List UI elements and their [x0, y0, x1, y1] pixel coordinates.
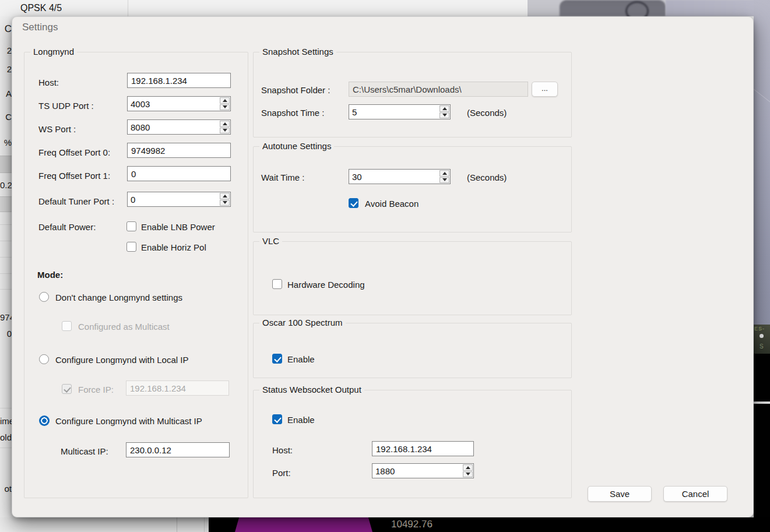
mode-multicast-ip-label: Configure Longmynd with Multicast IP	[55, 416, 202, 426]
spin-down-icon[interactable]	[463, 471, 473, 478]
group-oscar-spectrum-label: Oscar 100 Spectrum	[259, 318, 346, 327]
modulation-readout: QPSK 4/5	[20, 3, 62, 13]
cancel-button[interactable]: Cancel	[663, 486, 727, 502]
enable-lnb-power-checkbox[interactable]	[126, 221, 136, 231]
spin-up-icon[interactable]	[220, 121, 230, 127]
ts-udp-port-input[interactable]	[128, 97, 219, 111]
oscar-enable-checkbox[interactable]	[272, 354, 282, 364]
group-autotune-settings-label: Autotune Settings	[259, 141, 334, 151]
bg-fragment: 0.2	[0, 180, 12, 190]
freq-offset-1-input[interactable]	[127, 166, 231, 181]
bg-row-line	[0, 448, 12, 448]
bg-table-band	[0, 156, 12, 173]
spin-down-icon[interactable]	[220, 104, 230, 111]
bg-fragment: A	[0, 89, 12, 98]
divider	[204, 517, 205, 532]
force-ip-input	[126, 380, 229, 396]
mode-local-ip-label: Configure Longmynd with Local IP	[55, 355, 188, 365]
hardware-decoding-checkbox[interactable]	[272, 279, 282, 289]
bg-fragment: %	[0, 138, 12, 147]
wait-time-input[interactable]	[349, 170, 439, 184]
bg-table-band	[0, 196, 12, 212]
default-power-label: Default Power:	[38, 222, 96, 232]
enable-horiz-pol-label: Enable Horiz Pol	[141, 242, 206, 252]
group-oscar-spectrum: Oscar 100 Spectrum	[253, 323, 572, 378]
mode-label: Mode:	[37, 270, 63, 280]
spectrum-frequency-label: 10492.76	[391, 519, 433, 530]
bg-row-line	[0, 273, 12, 274]
mode-dont-change-label: Don't change Longmynd settings	[55, 293, 182, 302]
spectrum-signal-blob	[235, 517, 372, 532]
bg-row-line	[0, 241, 12, 241]
ws-port-input[interactable]	[128, 120, 219, 134]
bg-thumb-text: ES-	[754, 326, 765, 332]
spin-up-icon[interactable]	[220, 97, 230, 104]
background-app-bottom: 10492.76	[0, 517, 770, 532]
spin-down-icon[interactable]	[440, 112, 449, 119]
websocket-host-input[interactable]	[372, 441, 474, 456]
bg-fragment: C	[0, 23, 12, 35]
mode-local-ip-radio[interactable]	[39, 354, 49, 364]
snapshot-folder-browse-button[interactable]: ...	[532, 82, 558, 97]
save-button[interactable]: Save	[588, 486, 652, 502]
spin-down-icon[interactable]	[220, 200, 230, 206]
spectrum-strip: 10492.76	[209, 517, 770, 532]
webcam-view-right	[754, 0, 770, 325]
bg-row-line	[0, 224, 12, 225]
group-vlc: VLC	[253, 241, 572, 315]
default-tuner-port-label: Default Tuner Port :	[38, 196, 114, 206]
avoid-beacon-checkbox[interactable]	[349, 198, 358, 208]
spin-down-icon[interactable]	[220, 128, 230, 134]
group-status-websocket-label: Status Websocket Output	[259, 385, 364, 394]
spin-up-icon[interactable]	[440, 105, 449, 112]
avoid-beacon-label: Avoid Beacon	[365, 199, 419, 209]
default-tuner-port-input[interactable]	[128, 192, 219, 206]
bg-fragment: ime	[0, 416, 12, 426]
spin-down-icon[interactable]	[440, 177, 449, 184]
bg-fragment: 2	[0, 64, 12, 74]
bg-thumb-text: S	[760, 343, 764, 350]
mode-multicast-ip-radio[interactable]	[39, 415, 50, 426]
ws-port-spinner	[127, 119, 231, 135]
host-input[interactable]	[127, 73, 231, 88]
spin-up-icon[interactable]	[463, 464, 473, 471]
bg-fragment: 974	[0, 312, 12, 322]
enable-horiz-pol-checkbox[interactable]	[126, 242, 136, 252]
bg-row-line	[0, 289, 12, 290]
spin-up-icon[interactable]	[220, 193, 230, 199]
wait-time-spinner	[349, 169, 451, 184]
group-snapshot-settings-label: Snapshot Settings	[259, 47, 336, 57]
bg-fragment: ot	[0, 484, 12, 494]
websocket-enable-checkbox[interactable]	[272, 414, 282, 424]
spin-up-icon[interactable]	[440, 170, 449, 177]
divider	[128, 0, 128, 16]
multicast-ip-input[interactable]	[126, 442, 230, 457]
bg-row-line	[0, 257, 12, 258]
settings-dialog: Settings Longmynd Host: TS UDP Port : WS…	[12, 16, 754, 517]
force-ip-label: Force IP:	[78, 385, 114, 394]
configured-multicast-checkbox	[62, 321, 72, 331]
snapshot-time-spinner	[349, 104, 451, 119]
websocket-port-spinner	[372, 463, 474, 478]
mode-dont-change-radio[interactable]	[39, 292, 49, 302]
dialog-title: Settings	[22, 22, 58, 33]
oscar-enable-label: Enable	[287, 354, 315, 364]
websocket-port-label: Port:	[272, 468, 291, 478]
webcam-device	[560, 0, 666, 16]
background-app-top: QPSK 4/5	[0, 0, 770, 16]
bg-video-thumbnail: ES- S	[754, 325, 770, 354]
ws-port-label: WS Port :	[38, 124, 76, 134]
bg-fragment: old	[0, 432, 12, 442]
freq-offset-0-input[interactable]	[127, 143, 231, 158]
websocket-port-input[interactable]	[372, 464, 462, 478]
enable-lnb-power-label: Enable LNB Power	[141, 222, 215, 232]
group-autotune-settings: Autotune Settings	[253, 146, 572, 232]
wait-time-units-label: (Seconds)	[467, 172, 507, 182]
bg-spectrum-line	[754, 401, 770, 404]
snapshot-folder-label: Snapshot Folder :	[261, 85, 330, 95]
background-right-edge: ES- S	[754, 0, 770, 532]
snapshot-time-label: Snapshot Time :	[261, 108, 324, 118]
snapshot-time-input[interactable]	[349, 105, 439, 119]
websocket-enable-label: Enable	[287, 415, 315, 425]
bg-thumb-icon	[760, 334, 764, 338]
